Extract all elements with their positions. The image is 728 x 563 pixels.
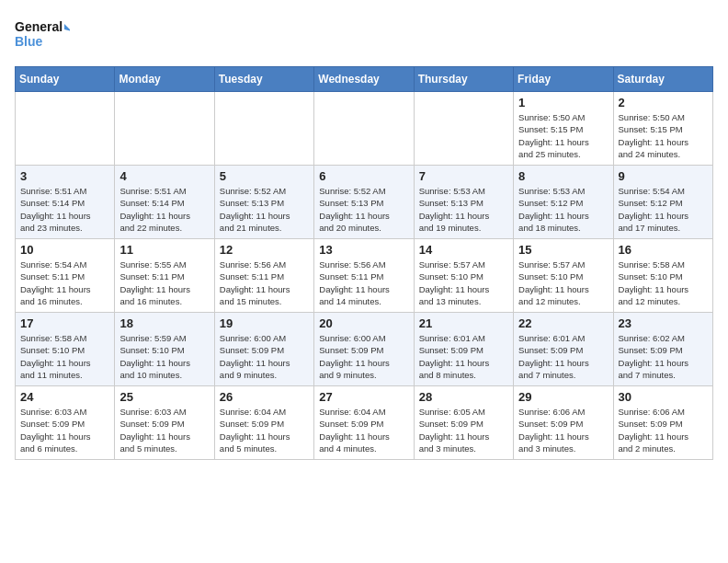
calendar-cell: 5Sunrise: 5:52 AM Sunset: 5:13 PM Daylig… — [214, 166, 313, 239]
calendar-cell: 16Sunrise: 5:58 AM Sunset: 5:10 PM Dayli… — [613, 239, 712, 313]
calendar-week-row: 24Sunrise: 6:03 AM Sunset: 5:09 PM Dayli… — [16, 386, 713, 460]
day-info: Sunrise: 6:01 AM Sunset: 5:09 PM Dayligh… — [518, 332, 608, 381]
day-number: 30 — [619, 390, 708, 404]
weekday-header: Wednesday — [314, 67, 414, 92]
day-number: 18 — [119, 316, 209, 330]
day-number: 24 — [20, 390, 109, 404]
calendar-cell: 19Sunrise: 6:00 AM Sunset: 5:09 PM Dayli… — [214, 313, 313, 386]
day-number: 3 — [20, 169, 109, 183]
calendar-cell: 25Sunrise: 6:03 AM Sunset: 5:09 PM Dayli… — [115, 386, 214, 460]
day-number: 9 — [619, 169, 708, 183]
calendar-cell: 21Sunrise: 6:01 AM Sunset: 5:09 PM Dayli… — [414, 313, 513, 386]
calendar-cell: 2Sunrise: 5:50 AM Sunset: 5:15 PM Daylig… — [613, 92, 712, 166]
day-number: 8 — [518, 169, 608, 183]
day-info: Sunrise: 5:50 AM Sunset: 5:15 PM Dayligh… — [518, 111, 608, 160]
day-number: 11 — [119, 243, 209, 257]
day-info: Sunrise: 5:56 AM Sunset: 5:11 PM Dayligh… — [220, 259, 309, 307]
day-number: 10 — [20, 243, 109, 257]
day-number: 21 — [419, 316, 508, 330]
day-info: Sunrise: 5:54 AM Sunset: 5:12 PM Dayligh… — [619, 185, 708, 234]
svg-marker-2 — [64, 24, 70, 31]
day-number: 22 — [518, 316, 608, 330]
day-info: Sunrise: 6:05 AM Sunset: 5:09 PM Dayligh… — [419, 406, 508, 454]
day-number: 1 — [518, 96, 608, 109]
calendar-cell: 13Sunrise: 5:56 AM Sunset: 5:11 PM Dayli… — [314, 239, 414, 313]
day-info: Sunrise: 6:06 AM Sunset: 5:09 PM Dayligh… — [619, 406, 708, 454]
page-header: General Blue — [15, 15, 713, 55]
weekday-header: Saturday — [613, 67, 712, 92]
day-info: Sunrise: 5:59 AM Sunset: 5:10 PM Dayligh… — [119, 332, 209, 381]
day-number: 14 — [419, 243, 508, 257]
calendar-cell: 26Sunrise: 6:04 AM Sunset: 5:09 PM Dayli… — [214, 386, 313, 460]
calendar-cell: 30Sunrise: 6:06 AM Sunset: 5:09 PM Dayli… — [613, 386, 712, 460]
weekday-header: Tuesday — [214, 67, 313, 92]
calendar-cell: 14Sunrise: 5:57 AM Sunset: 5:10 PM Dayli… — [414, 239, 513, 313]
day-info: Sunrise: 5:58 AM Sunset: 5:10 PM Dayligh… — [20, 332, 109, 381]
calendar-cell: 1Sunrise: 5:50 AM Sunset: 5:15 PM Daylig… — [514, 92, 613, 166]
day-number: 26 — [220, 390, 309, 404]
logo-svg: General Blue — [15, 15, 70, 55]
calendar-cell: 29Sunrise: 6:06 AM Sunset: 5:09 PM Dayli… — [514, 386, 613, 460]
calendar-cell: 12Sunrise: 5:56 AM Sunset: 5:11 PM Dayli… — [214, 239, 313, 313]
calendar-table: SundayMondayTuesdayWednesdayThursdayFrid… — [15, 66, 713, 460]
svg-text:Blue: Blue — [15, 34, 43, 49]
calendar-cell: 17Sunrise: 5:58 AM Sunset: 5:10 PM Dayli… — [16, 313, 115, 386]
weekday-header: Sunday — [16, 67, 115, 92]
svg-text:General: General — [15, 19, 63, 34]
day-number: 12 — [220, 243, 309, 257]
calendar-cell — [115, 92, 214, 166]
calendar-week-row: 3Sunrise: 5:51 AM Sunset: 5:14 PM Daylig… — [16, 166, 713, 239]
day-info: Sunrise: 5:52 AM Sunset: 5:13 PM Dayligh… — [220, 185, 309, 234]
day-number: 20 — [319, 316, 408, 330]
day-info: Sunrise: 6:06 AM Sunset: 5:09 PM Dayligh… — [518, 406, 608, 454]
calendar-week-row: 10Sunrise: 5:54 AM Sunset: 5:11 PM Dayli… — [16, 239, 713, 313]
day-info: Sunrise: 5:51 AM Sunset: 5:14 PM Dayligh… — [20, 185, 109, 234]
day-number: 19 — [220, 316, 309, 330]
day-info: Sunrise: 5:55 AM Sunset: 5:11 PM Dayligh… — [119, 259, 209, 307]
day-info: Sunrise: 5:51 AM Sunset: 5:14 PM Dayligh… — [119, 185, 209, 234]
day-info: Sunrise: 5:57 AM Sunset: 5:10 PM Dayligh… — [518, 259, 608, 307]
calendar-cell: 4Sunrise: 5:51 AM Sunset: 5:14 PM Daylig… — [115, 166, 214, 239]
calendar-cell: 22Sunrise: 6:01 AM Sunset: 5:09 PM Dayli… — [514, 313, 613, 386]
day-number: 25 — [119, 390, 209, 404]
day-info: Sunrise: 6:00 AM Sunset: 5:09 PM Dayligh… — [319, 332, 408, 381]
day-info: Sunrise: 5:53 AM Sunset: 5:12 PM Dayligh… — [518, 185, 608, 234]
day-info: Sunrise: 5:53 AM Sunset: 5:13 PM Dayligh… — [419, 185, 508, 234]
calendar-cell — [16, 92, 115, 166]
calendar-week-row: 1Sunrise: 5:50 AM Sunset: 5:15 PM Daylig… — [16, 92, 713, 166]
day-info: Sunrise: 5:50 AM Sunset: 5:15 PM Dayligh… — [619, 111, 708, 160]
day-number: 16 — [619, 243, 708, 257]
day-number: 23 — [619, 316, 708, 330]
day-number: 13 — [319, 243, 408, 257]
calendar-cell: 7Sunrise: 5:53 AM Sunset: 5:13 PM Daylig… — [414, 166, 513, 239]
day-number: 28 — [419, 390, 508, 404]
day-info: Sunrise: 6:03 AM Sunset: 5:09 PM Dayligh… — [20, 406, 109, 454]
calendar-cell: 11Sunrise: 5:55 AM Sunset: 5:11 PM Dayli… — [115, 239, 214, 313]
day-info: Sunrise: 6:04 AM Sunset: 5:09 PM Dayligh… — [220, 406, 309, 454]
weekday-header: Thursday — [414, 67, 513, 92]
calendar-cell: 24Sunrise: 6:03 AM Sunset: 5:09 PM Dayli… — [16, 386, 115, 460]
calendar-cell: 27Sunrise: 6:04 AM Sunset: 5:09 PM Dayli… — [314, 386, 414, 460]
day-number: 7 — [419, 169, 508, 183]
day-info: Sunrise: 5:56 AM Sunset: 5:11 PM Dayligh… — [319, 259, 408, 307]
day-info: Sunrise: 6:00 AM Sunset: 5:09 PM Dayligh… — [220, 332, 309, 381]
weekday-header: Monday — [115, 67, 214, 92]
day-number: 27 — [319, 390, 408, 404]
weekday-header: Friday — [514, 67, 613, 92]
calendar-cell — [414, 92, 513, 166]
weekday-header-row: SundayMondayTuesdayWednesdayThursdayFrid… — [16, 67, 713, 92]
calendar-cell: 8Sunrise: 5:53 AM Sunset: 5:12 PM Daylig… — [514, 166, 613, 239]
day-info: Sunrise: 5:57 AM Sunset: 5:10 PM Dayligh… — [419, 259, 508, 307]
day-info: Sunrise: 5:58 AM Sunset: 5:10 PM Dayligh… — [619, 259, 708, 307]
logo: General Blue — [15, 15, 70, 55]
calendar-cell — [214, 92, 313, 166]
day-number: 6 — [319, 169, 408, 183]
calendar-cell: 18Sunrise: 5:59 AM Sunset: 5:10 PM Dayli… — [115, 313, 214, 386]
day-info: Sunrise: 5:52 AM Sunset: 5:13 PM Dayligh… — [319, 185, 408, 234]
day-number: 17 — [20, 316, 109, 330]
calendar-cell: 6Sunrise: 5:52 AM Sunset: 5:13 PM Daylig… — [314, 166, 414, 239]
calendar-cell: 20Sunrise: 6:00 AM Sunset: 5:09 PM Dayli… — [314, 313, 414, 386]
day-number: 15 — [518, 243, 608, 257]
calendar-week-row: 17Sunrise: 5:58 AM Sunset: 5:10 PM Dayli… — [16, 313, 713, 386]
day-info: Sunrise: 5:54 AM Sunset: 5:11 PM Dayligh… — [20, 259, 109, 307]
